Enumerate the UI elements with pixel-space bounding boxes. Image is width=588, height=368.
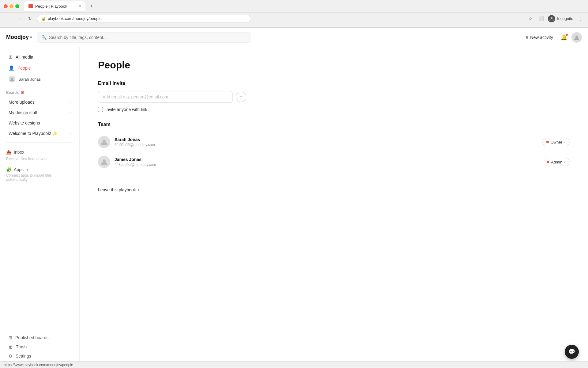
invite-link-label[interactable]: Invite anyone with link <box>105 107 147 112</box>
apps-label: Apps <box>14 167 24 172</box>
email-invite-input[interactable] <box>98 91 233 103</box>
search-bar[interactable]: 🔍 <box>37 32 251 43</box>
leave-playbook-label: Leave this playbook <box>98 187 136 192</box>
leave-chevron-icon: ▾ <box>138 188 140 192</box>
menu-button[interactable]: ⋮ <box>576 14 584 23</box>
sidebar-board-design-stuff[interactable]: My design stuff › <box>2 108 77 117</box>
role-chevron-icon: ▾ <box>564 140 566 144</box>
grid-icon: ⊞ <box>9 54 13 60</box>
member-name-sarah: Sarah Jonas <box>115 137 538 142</box>
user-avatar-small <box>9 76 15 82</box>
published-boards-label: Published boards <box>15 335 48 340</box>
sidebar: ⊞ All media 👤 People Sarah Jonas Boards … <box>0 47 80 368</box>
board-more-uploads-label: More uploads <box>9 100 35 105</box>
tab-favicon <box>28 4 33 8</box>
member-info-james: James Jonas 448cee9b@moodjoy.com <box>115 157 538 167</box>
reload-button[interactable]: ↻ <box>26 14 34 23</box>
tab-close-button[interactable]: ✕ <box>78 4 81 8</box>
apps-icon: 🧩 <box>6 167 11 172</box>
app-logo[interactable]: Moodjoy ▾ <box>6 34 32 40</box>
boards-section-header: Boards ⊕ <box>0 87 79 96</box>
member-avatar-sarah <box>98 136 110 148</box>
inbox-section: 📥 Inbox Receive files from anyone. <box>0 147 79 163</box>
role-dot-icon <box>547 161 549 163</box>
settings-label: Settings <box>16 354 31 358</box>
url-display: playbook.com/moodjoy/people <box>48 16 247 21</box>
logo-text: Moodjoy <box>6 34 29 40</box>
add-app-button[interactable]: + <box>26 167 28 172</box>
leave-playbook-button[interactable]: Leave this playbook ▾ <box>98 184 140 195</box>
maximize-dot[interactable] <box>15 4 19 8</box>
tab-title: People | Playbook <box>35 4 67 9</box>
chat-widget-button[interactable]: 💬 <box>565 345 579 359</box>
member-role-james: Admin ▾ <box>543 158 570 166</box>
close-dot[interactable] <box>4 4 8 8</box>
activity-dot <box>526 36 528 39</box>
trash-label: Trash <box>16 344 27 349</box>
admin-role-badge[interactable]: Admin ▾ <box>543 158 570 166</box>
inbox-icon: 📥 <box>6 150 11 155</box>
browser-nav: ← → ↻ 🔒 playbook.com/moodjoy/people ☆ ⬜ … <box>0 12 588 25</box>
people-icon: 👤 <box>9 65 14 71</box>
sidebar-divider-2 <box>6 188 73 188</box>
sidebar-divider <box>6 142 73 143</box>
browser-titlebar: People | Playbook ✕ + <box>0 0 588 12</box>
sidebar-board-more-uploads[interactable]: More uploads › <box>2 98 77 107</box>
apps-section: 🧩 Apps + Connect apps to import files au… <box>0 165 79 184</box>
sidebar-board-welcome[interactable]: Welcome to Playbook! ✨ › <box>2 129 77 138</box>
team-member-sarah: Sarah Jonas 6fa02c95@moodjoy.com Owner ▾ <box>98 132 570 152</box>
notifications-button[interactable]: 🔔 <box>560 34 567 41</box>
notification-badge <box>565 33 568 36</box>
apps-subtitle: Connect apps to import files automatical… <box>6 173 73 182</box>
search-input[interactable] <box>49 35 247 40</box>
new-activity-button[interactable]: New activity <box>523 33 556 42</box>
sidebar-item-settings[interactable]: ⚙ Settings <box>2 351 77 361</box>
admin-role-label: Admin <box>551 160 562 164</box>
role-chevron-icon: ▾ <box>564 160 566 164</box>
minimize-dot[interactable] <box>9 4 13 8</box>
invite-link-checkbox[interactable] <box>98 107 103 112</box>
member-email-james: 448cee9b@moodjoy.com <box>115 163 538 167</box>
inbox-item[interactable]: 📥 Inbox <box>6 149 73 155</box>
sidebar-user-label: Sarah Jonas <box>18 77 41 82</box>
add-email-button[interactable]: + <box>236 92 246 102</box>
sidebar-item-trash[interactable]: 🗑 Trash <box>2 342 77 351</box>
board-design-stuff-label: My design stuff <box>9 110 37 115</box>
new-activity-label: New activity <box>530 35 553 40</box>
app-body: ⊞ All media 👤 People Sarah Jonas Boards … <box>0 47 588 368</box>
sidebar-item-people[interactable]: 👤 People <box>2 63 77 73</box>
incognito-button[interactable]: Incognito <box>548 15 573 22</box>
svg-point-1 <box>575 36 578 38</box>
header-right: New activity 🔔 <box>523 32 582 43</box>
lock-icon: 🔒 <box>41 17 46 21</box>
email-invite-section: Email invite + Invite anyone with link <box>98 81 570 112</box>
chevron-right-icon: › <box>70 110 71 115</box>
address-bar[interactable]: 🔒 playbook.com/moodjoy/people <box>37 15 251 22</box>
main-content: People Email invite + Invite anyone with… <box>80 47 588 368</box>
back-button[interactable]: ← <box>4 14 12 23</box>
status-url: https://www.playbook.com/moodjoy/people <box>4 363 73 367</box>
people-label: People <box>17 66 31 71</box>
user-avatar-button[interactable] <box>571 32 582 43</box>
status-bar: https://www.playbook.com/moodjoy/people <box>0 361 588 368</box>
leave-section: Leave this playbook ▾ <box>98 184 570 195</box>
owner-role-label: Owner <box>551 140 562 144</box>
browser-chrome: People | Playbook ✕ + ← → ↻ 🔒 playbook.c… <box>0 0 588 28</box>
browser-dots <box>4 4 19 8</box>
new-tab-button[interactable]: + <box>88 3 95 10</box>
browser-tab[interactable]: People | Playbook ✕ <box>24 1 85 11</box>
sidebar-item-published-boards[interactable]: ⊞ Published boards <box>2 333 77 342</box>
owner-role-badge[interactable]: Owner ▾ <box>542 138 570 146</box>
add-board-button[interactable]: ⊕ <box>21 90 24 95</box>
team-section-title: Team <box>98 122 570 127</box>
member-email-sarah: 6fa02c95@moodjoy.com <box>115 143 538 147</box>
published-boards-icon: ⊞ <box>9 335 12 340</box>
incognito-icon <box>548 15 555 22</box>
apps-item[interactable]: 🧩 Apps + <box>6 167 73 172</box>
sidebar-board-website-designs[interactable]: Website designs <box>2 118 77 128</box>
forward-button[interactable]: → <box>15 14 23 23</box>
bookmark-button[interactable]: ☆ <box>526 14 534 23</box>
sidebar-user-item[interactable]: Sarah Jonas <box>2 74 77 84</box>
sidebar-item-all-media[interactable]: ⊞ All media <box>2 52 77 62</box>
extensions-button[interactable]: ⬜ <box>537 14 545 23</box>
